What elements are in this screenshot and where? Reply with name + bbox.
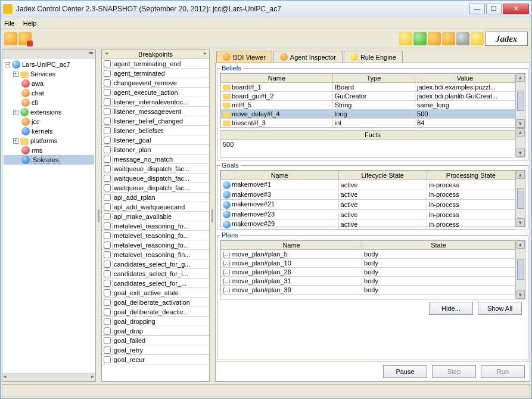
breakpoint-row[interactable]: goal_exit_active_state xyxy=(102,288,209,298)
breakpoint-checkbox[interactable] xyxy=(104,70,111,77)
user-gear-icon[interactable] xyxy=(428,32,441,45)
folder-arrow-icon[interactable] xyxy=(399,32,412,45)
breakpoint-checkbox[interactable] xyxy=(104,356,111,363)
goals-col-life[interactable]: Lifecycle State xyxy=(338,171,427,180)
belief-row[interactable]: ml#f_5Stringsame_long xyxy=(221,101,515,110)
breakpoint-row[interactable]: candidates_select_for_i... xyxy=(102,269,209,279)
breakpoint-checkbox[interactable] xyxy=(104,137,111,144)
breakpoint-row[interactable]: listener_messageevent xyxy=(102,107,209,116)
beliefs-scrollbar[interactable]: ▴▾ xyxy=(515,73,525,128)
breakpoint-row[interactable]: agent_terminated xyxy=(102,69,209,78)
showall-button[interactable]: Show All xyxy=(478,302,522,315)
close-button[interactable]: ✕ xyxy=(503,4,529,14)
splitter-bp[interactable] xyxy=(211,48,214,383)
breakpoint-row[interactable]: waitqueue_dispatch_fac... xyxy=(102,164,209,174)
minimize-button[interactable]: — xyxy=(469,4,485,14)
menu-help[interactable]: Help xyxy=(23,20,37,27)
bp-collapse-right-icon[interactable]: ▸ xyxy=(202,51,208,55)
hide-button[interactable]: Hide... xyxy=(429,302,473,315)
breakpoint-row[interactable]: goal_dropping xyxy=(102,317,209,326)
plans-scrollbar[interactable]: ▴▾ xyxy=(515,240,525,299)
breakpoint-checkbox[interactable] xyxy=(104,270,111,277)
goal-row[interactable]: makemove#29activein-process xyxy=(221,219,515,230)
breakpoint-checkbox[interactable] xyxy=(104,184,111,191)
tree-item[interactable]: Sokrates xyxy=(4,155,94,165)
tree-item[interactable]: jcc xyxy=(4,117,94,126)
scroll-thumb[interactable] xyxy=(517,91,524,111)
breakpoint-checkbox[interactable] xyxy=(104,289,111,296)
settings-icon[interactable] xyxy=(442,32,455,45)
breakpoint-checkbox[interactable] xyxy=(104,232,111,239)
breakpoint-checkbox[interactable] xyxy=(104,127,111,134)
breakpoint-row[interactable]: metalevel_reasoning_fo... xyxy=(102,240,209,250)
scroll-down-icon[interactable]: ▾ xyxy=(517,119,525,128)
tree-item[interactable]: awa xyxy=(4,79,94,88)
breakpoint-checkbox[interactable] xyxy=(104,60,111,67)
breakpoint-checkbox[interactable] xyxy=(104,79,111,86)
breakpoint-row[interactable]: goal_retry xyxy=(102,345,209,355)
tree-item[interactable]: chat xyxy=(4,88,94,98)
collapse-left-icon[interactable]: ◂▸ xyxy=(88,50,94,58)
run-button[interactable]: Run xyxy=(481,365,525,378)
tree-root[interactable]: –Lars-UniPC_ac7 xyxy=(4,60,94,69)
breakpoint-checkbox[interactable] xyxy=(104,318,111,325)
breakpoint-checkbox[interactable] xyxy=(104,108,111,115)
maximize-button[interactable]: ☐ xyxy=(486,4,502,14)
tree-expand-icon[interactable]: + xyxy=(13,72,18,77)
tree-expand-icon[interactable]: + xyxy=(13,138,18,144)
scroll-thumb[interactable] xyxy=(517,188,524,209)
breakpoint-row[interactable]: listener_beliefset xyxy=(102,126,209,135)
tree-item[interactable]: +extensions xyxy=(4,107,94,117)
splitter-tree[interactable] xyxy=(97,48,100,383)
breakpoint-row[interactable]: agent_terminating_end xyxy=(102,59,209,69)
tab-bdi-viewer[interactable]: BDI Viewer xyxy=(216,51,272,63)
plan-row[interactable]: {∴} move_plan#plan_39body xyxy=(221,286,515,295)
breakpoint-row[interactable]: waitqueue_dispatch_fac... xyxy=(102,174,209,183)
tree-item[interactable]: rms xyxy=(4,146,94,155)
breakpoint-row[interactable]: goal_deliberate_deactiv... xyxy=(102,307,209,317)
plan-row[interactable]: {∴} move_plan#plan_5body xyxy=(221,250,515,259)
gear-red-icon[interactable] xyxy=(18,32,32,45)
goal-row[interactable]: makemove#1activein-process xyxy=(221,180,515,190)
breakpoint-row[interactable]: apl_make_available xyxy=(102,212,209,221)
breakpoint-row[interactable]: listener_plan xyxy=(102,145,209,154)
tab-rule-engine[interactable]: Rule Engine xyxy=(344,51,403,63)
goal-row[interactable]: makemove#23activein-process xyxy=(221,209,515,219)
breakpoint-row[interactable]: agent_execute_action xyxy=(102,88,209,97)
breakpoint-row[interactable]: candidates_select_for_g... xyxy=(102,259,209,269)
facts-scrollbar[interactable]: ▴▾ xyxy=(515,128,525,157)
breakpoint-checkbox[interactable] xyxy=(104,347,111,354)
breakpoint-row[interactable]: listener_internaleventoc... xyxy=(102,97,209,107)
scroll-up-icon[interactable]: ▴ xyxy=(517,128,525,137)
breakpoint-row[interactable]: goal_deliberate_activation xyxy=(102,298,209,307)
breakpoint-row[interactable]: goal_recur xyxy=(102,355,209,364)
breakpoint-row[interactable]: listener_belief_changed xyxy=(102,116,209,126)
beliefs-col-name[interactable]: Name xyxy=(221,74,333,83)
breakpoint-checkbox[interactable] xyxy=(104,251,111,258)
breakpoint-checkbox[interactable] xyxy=(104,213,111,220)
scroll-down-icon[interactable]: ▾ xyxy=(517,149,525,157)
breakpoint-checkbox[interactable] xyxy=(104,308,111,316)
plan-row[interactable]: {∴} move_plan#plan_26body xyxy=(221,268,515,277)
breakpoint-row[interactable]: goal_failed xyxy=(102,336,209,345)
gear-icon[interactable] xyxy=(4,32,17,45)
belief-row[interactable]: board#f_1IBoardjadex.bdi.examples.puzzl.… xyxy=(221,83,515,92)
breakpoint-checkbox[interactable] xyxy=(104,299,111,306)
scroll-up-icon[interactable]: ▴ xyxy=(517,240,525,249)
belief-row[interactable]: triescnt#f_3int84 xyxy=(221,119,515,128)
plans-col-name[interactable]: Name xyxy=(221,241,362,250)
goals-col-proc[interactable]: Processing State xyxy=(427,171,515,180)
goals-table[interactable]: Name Lifecycle State Processing State ma… xyxy=(220,171,515,230)
plan-row[interactable]: {∴} move_plan#plan_31body xyxy=(221,277,515,286)
plans-col-state[interactable]: State xyxy=(362,241,515,250)
breakpoint-checkbox[interactable] xyxy=(104,156,111,163)
lock-icon[interactable] xyxy=(471,32,484,45)
beliefs-col-type[interactable]: Type xyxy=(332,74,415,83)
chat-icon[interactable] xyxy=(413,32,427,45)
wrench-icon[interactable] xyxy=(456,32,469,45)
goals-col-name[interactable]: Name xyxy=(221,171,339,180)
scroll-left-icon[interactable]: ◂ xyxy=(4,373,7,381)
breakpoint-checkbox[interactable] xyxy=(104,117,111,125)
bp-collapse-left-icon[interactable]: ◂ xyxy=(103,51,109,55)
breakpoint-checkbox[interactable] xyxy=(104,280,111,287)
